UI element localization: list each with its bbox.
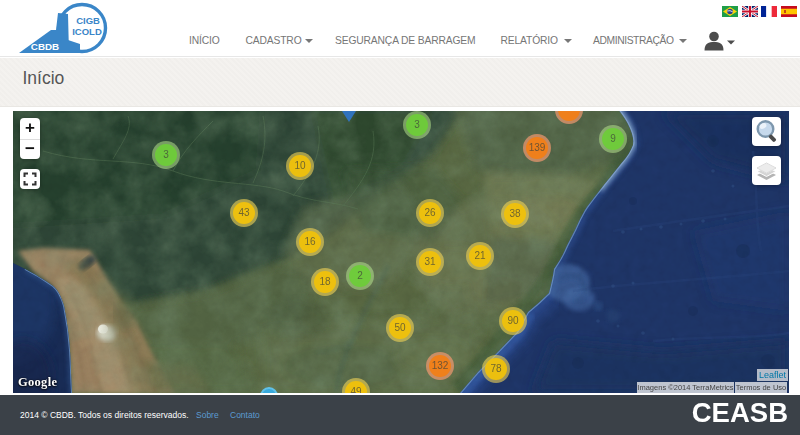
svg-text:CIGB: CIGB <box>76 15 100 26</box>
svg-text:ICOLD: ICOLD <box>72 26 102 37</box>
svg-text:CBDB: CBDB <box>31 41 59 52</box>
